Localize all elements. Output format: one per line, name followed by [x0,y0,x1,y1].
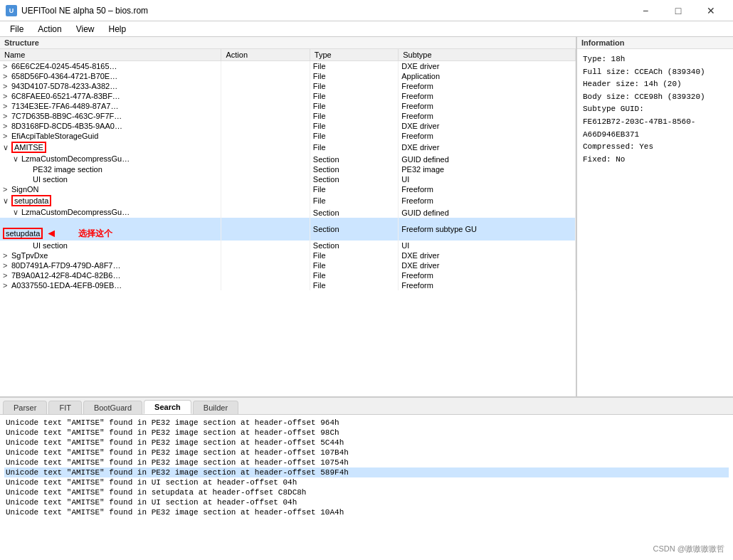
info-line: Header size: 14h (20) [583,78,727,91]
col-header-name: Name [0,49,221,61]
tree-toggle[interactable]: ∨ [13,154,21,164]
cell-action [221,141,310,154]
cell-type: File [310,91,398,101]
info-line: Compressed: Yes [583,141,727,154]
menu-view[interactable]: View [69,23,102,36]
tree-toggle[interactable]: > [3,72,11,80]
tab-builder[interactable]: Builder [193,401,238,414]
table-row[interactable]: > 80D7491A-F7D9-479D-A8F7…FileDXE driver [0,260,576,270]
cell-type: Section [310,218,398,241]
cell-type: File [310,111,398,121]
cell-action [221,270,310,280]
table-row[interactable]: UI sectionSectionUI [0,241,576,250]
col-header-action: Action [221,49,310,61]
log-content[interactable]: Unicode text "AMITSE" found in PE32 imag… [0,415,733,560]
menu-help[interactable]: Help [102,23,134,36]
row-name-text: EfiAcpiTableStorageGuid [11,132,98,140]
menu-bar: File Action View Help [0,21,733,37]
tree-toggle[interactable]: > [3,271,11,280]
tree-toggle[interactable]: > [3,251,11,260]
cell-subtype: Freeform [399,91,576,101]
tree-toggle[interactable]: > [3,281,11,290]
table-row[interactable]: UI sectionSectionUI [0,174,576,184]
table-row[interactable]: ∨ LzmaCustomDecompressGu…SectionGUID def… [0,207,576,218]
table-row[interactable]: ∨ LzmaCustomDecompressGu…SectionGUID def… [0,154,576,164]
menu-file[interactable]: File [3,23,31,36]
menu-action[interactable]: Action [31,23,68,36]
row-name-text: SgTpvDxe [11,251,48,260]
table-row[interactable]: > EfiAcpiTableStorageGuidFileFreeform [0,131,576,141]
info-panel: Information Type: 18hFull size: CCEACh (… [576,37,733,396]
cell-name: > 7134E3EE-7FA6-4489-87A7… [0,101,221,111]
tree-toggle[interactable]: > [3,132,11,140]
tab-fit[interactable]: FIT [48,401,82,414]
col-header-type: Type [310,49,398,61]
log-line: Unicode text "AMITSE" found in PE32 imag… [4,458,729,467]
log-line: Unicode text "AMITSE" found in PE32 imag… [4,467,729,477]
structure-header: Structure [0,37,576,49]
tree-toggle[interactable]: > [3,92,11,100]
cell-subtype: Freeform [399,111,576,121]
minimize-button[interactable]: − [629,0,662,21]
cell-action [221,194,310,207]
cell-name: > 658D56F0-4364-4721-B70E… [0,71,221,81]
tree-toggle[interactable]: > [3,102,11,110]
cell-name: UI section [0,241,221,250]
table-row[interactable]: > A0337550-1EDA-4EFB-09EB…FileFreeform [0,280,576,290]
cell-name: > 80D7491A-F7D9-479D-A8F7… [0,260,221,270]
log-line: Unicode text "AMITSE" found in PE32 imag… [4,418,729,428]
table-row[interactable]: > 943D4107-5D78-4233-A382…FileFreeform [0,81,576,91]
tab-bootguard[interactable]: BootGuard [83,401,142,414]
cell-type: File [310,121,398,131]
tree-toggle[interactable]: ∨ [3,196,11,206]
window-title: UEFITool NE alpha 50 – bios.rom [21,6,629,16]
boxed-name: setupdata [11,195,51,206]
cell-type: Section [310,241,398,250]
info-line: Fixed: No [583,154,727,167]
cell-subtype: DXE driver [399,121,576,131]
table-row[interactable]: > 6C8FAEE0-6521-477A-83BF…FileFreeform [0,91,576,101]
info-line: Type: 18h [583,53,727,66]
table-row[interactable]: PE32 image sectionSectionPE32 image [0,164,576,174]
table-row[interactable]: ∨ setupdataFileFreeform [0,194,576,207]
tree-toggle[interactable]: ∨ [3,143,11,152]
table-row[interactable]: > 7134E3EE-7FA6-4489-87A7…FileFreeform [0,101,576,111]
cell-subtype: DXE driver [399,141,576,154]
tree-toggle[interactable]: > [3,62,11,70]
app-icon: U [6,5,17,16]
cell-action [221,241,310,250]
cell-type: Section [310,154,398,164]
structure-table-container[interactable]: Name Action Type Subtype > 66E6C2E4-0245… [0,49,576,396]
table-row[interactable]: > SgTpvDxeFileDXE driver [0,250,576,260]
cell-action [221,154,310,164]
cell-subtype: Freeform [399,280,576,290]
table-row[interactable]: > 66E6C2E4-0245-4545-8165…FileDXE driver [0,61,576,72]
info-line: FE612B72-203C-47B1-8560- [583,116,727,129]
cell-name: > 6C8FAEE0-6521-477A-83BF… [0,91,221,101]
tab-parser[interactable]: Parser [3,401,47,414]
log-line: Unicode text "AMITSE" found in PE32 imag… [4,428,729,438]
cell-name: > 66E6C2E4-0245-4545-8165… [0,61,221,72]
table-row[interactable]: > 7B9A0A12-42F8-4D4C-82B6…FileFreeform [0,270,576,280]
cell-name: ∨ LzmaCustomDecompressGu… [0,154,221,164]
cell-action [221,111,310,121]
tree-toggle[interactable]: ∨ [13,208,21,217]
close-button[interactable]: ✕ [695,0,727,21]
table-row[interactable]: > 8D3168FD-8CD5-4B35-9AA0…FileDXE driver [0,121,576,131]
maximize-button[interactable]: □ [662,0,695,21]
tree-toggle[interactable]: > [3,82,11,90]
tree-toggle[interactable]: > [3,112,11,120]
cell-type: File [310,280,398,290]
cell-type: Section [310,164,398,174]
tree-toggle[interactable]: > [3,185,11,194]
table-row[interactable]: > SignONFileFreeform [0,184,576,194]
structure-table: Name Action Type Subtype > 66E6C2E4-0245… [0,49,576,290]
table-row[interactable]: > 658D56F0-4364-4721-B70E…FileApplicatio… [0,71,576,81]
table-row[interactable]: ∨ AMITSEFileDXE driver [0,141,576,154]
tab-search[interactable]: Search [144,400,191,414]
table-row[interactable]: setupdata◄选择这个SectionFreeform subtype GU [0,218,576,241]
table-row[interactable]: > 7C7D635B-8B9C-463C-9F7F…FileFreeform [0,111,576,121]
tree-toggle[interactable]: > [3,122,11,130]
cell-type: File [310,81,398,91]
tree-toggle[interactable]: > [3,261,11,270]
